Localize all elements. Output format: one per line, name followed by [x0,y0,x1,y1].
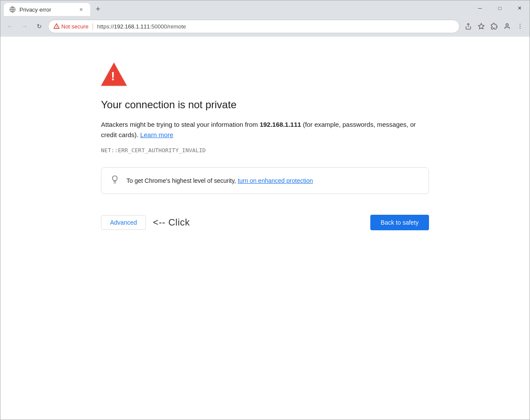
error-desc-host: 192.168.1.111 [260,121,301,128]
url-port-path: :50000/remote [150,23,186,30]
minimize-button[interactable]: ─ [470,0,490,16]
click-hint-label: <-- Click [153,217,190,228]
action-buttons: Advanced <-- Click Back to safety [101,215,429,230]
page-content: Your connection is not private Attackers… [0,37,530,420]
tab-bar: Privacy error × + [0,0,104,16]
enhanced-protection-link[interactable]: turn on enhanced protection [238,177,313,184]
back-to-safety-button[interactable]: Back to safety [370,215,429,230]
title-bar: Privacy error × + ─ □ ✕ [0,0,530,16]
security-hint-box: To get Chrome's highest level of securit… [101,167,429,194]
maximize-button[interactable]: □ [490,0,510,16]
back-button[interactable]: ← [4,20,16,32]
tab-title: Privacy error [19,6,74,13]
learn-more-link[interactable]: Learn more [140,131,174,138]
error-code: NET::ERR_CERT_AUTHORITY_INVALID [101,147,206,154]
tab-favicon-icon [9,6,16,13]
lightbulb-icon [110,175,120,187]
hint-text-before: To get Chrome's highest level of securit… [126,177,238,184]
window-controls: ─ □ ✕ [470,0,530,16]
new-tab-button[interactable]: + [92,3,104,15]
toolbar-actions [462,20,526,32]
share-button[interactable] [462,20,474,32]
warning-triangle-icon [101,63,127,86]
url-display: https://192.168.1.111:50000/remote [97,23,454,30]
url-separator: | [92,22,94,30]
advanced-button[interactable]: Advanced [101,215,146,230]
more-options-button[interactable] [514,20,526,32]
browser-window: Privacy error × + ─ □ ✕ ← → ↻ ! [0,0,530,420]
svg-point-10 [520,28,521,29]
url-input[interactable]: ! Not secure | https://192.168.1.111:500… [48,19,460,33]
error-description: Attackers might be trying to steal your … [101,119,429,140]
bookmark-button[interactable] [475,20,487,32]
tab-close-button[interactable]: × [77,6,85,13]
svg-text:!: ! [57,25,57,28]
hint-text: To get Chrome's highest level of securit… [126,177,313,184]
url-scheme: https:// [97,23,114,30]
close-button[interactable]: ✕ [510,0,530,16]
error-desc-before: Attackers might be trying to steal your … [101,121,260,128]
active-tab[interactable]: Privacy error × [4,3,90,16]
error-container: Your connection is not private Attackers… [101,63,429,230]
profile-button[interactable] [501,20,513,32]
forward-button[interactable]: → [19,20,31,32]
address-bar: ← → ↻ ! Not secure | https://192.168.1.1… [0,16,530,37]
left-actions: Advanced <-- Click [101,215,190,230]
error-title: Your connection is not private [101,99,237,111]
not-secure-indicator: ! Not secure [54,23,88,30]
svg-point-9 [520,26,521,27]
svg-marker-6 [478,23,484,29]
not-secure-label: Not secure [61,23,88,30]
svg-point-7 [506,24,508,26]
warning-icon [101,63,127,88]
url-domain: 192.168.1.111 [114,23,150,30]
svg-point-8 [520,24,521,25]
extensions-button[interactable] [488,20,500,32]
reload-button[interactable]: ↻ [33,20,45,32]
